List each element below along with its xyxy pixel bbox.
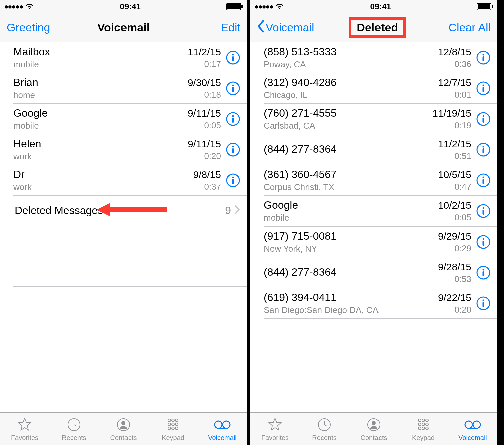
voicemail-date: 9/11/15 (188, 108, 221, 119)
voicemail-row[interactable]: Googlemobile9/11/150:05 (0, 104, 247, 134)
svg-point-32 (223, 421, 230, 428)
voicemail-row[interactable]: Drwork9/8/150:37 (0, 165, 247, 196)
battery-icon (226, 3, 243, 10)
voicemail-duration: 0:20 (204, 151, 221, 161)
voicemail-row[interactable]: (760) 271-4555Carlsbad, CA11/19/150:19 (250, 104, 497, 134)
svg-rect-17 (232, 179, 234, 184)
chevron-right-icon (234, 205, 240, 216)
tab-voicemail[interactable]: Voicemail (448, 413, 497, 445)
caller-name: Dr (13, 168, 193, 181)
svg-point-73 (418, 427, 421, 430)
info-icon[interactable] (226, 112, 240, 126)
svg-point-75 (426, 427, 428, 430)
voicemail-date: 9/29/15 (438, 231, 471, 242)
caller-name: (917) 715-0081 (264, 230, 438, 242)
voicemail-date: 11/2/15 (438, 138, 471, 150)
caller-name: (619) 394-0411 (264, 291, 438, 304)
voicemail-row[interactable]: Googlemobile10/2/150:05 (250, 196, 497, 227)
info-icon[interactable] (476, 235, 491, 249)
info-icon[interactable] (226, 50, 240, 65)
svg-point-26 (172, 423, 174, 426)
keypad-icon (165, 416, 181, 433)
clear-all-button[interactable]: Clear All (441, 21, 491, 34)
tab-keypad[interactable]: Keypad (148, 413, 198, 445)
caller-sub: Poway, CA (264, 59, 438, 70)
voicemail-row[interactable]: (858) 513-5333Poway, CA12/8/150:36 (250, 42, 497, 73)
info-icon[interactable] (476, 204, 491, 218)
info-icon[interactable] (226, 81, 240, 96)
svg-point-27 (175, 423, 178, 426)
tab-voicemail[interactable]: Voicemail (198, 413, 247, 445)
tab-recents[interactable]: Recents (49, 413, 99, 445)
info-icon[interactable] (476, 112, 491, 126)
svg-point-56 (483, 238, 484, 240)
svg-point-66 (372, 421, 376, 425)
tab-contacts[interactable]: Contacts (99, 413, 148, 445)
caller-name: Mailbox (13, 46, 188, 58)
deleted-messages-row[interactable]: Deleted Messages9 (0, 196, 247, 225)
voicemail-date: 10/2/15 (438, 200, 471, 211)
clock-icon (317, 416, 332, 433)
voicemail-date: 10/5/15 (438, 169, 471, 180)
voicemail-row[interactable]: Mailboxmobile11/2/150:17 (0, 42, 247, 73)
svg-point-77 (473, 421, 480, 428)
voicemail-row[interactable]: (361) 360-4567Corpus Christi, TX10/5/150… (250, 165, 497, 196)
svg-point-16 (232, 177, 234, 178)
svg-rect-48 (483, 148, 484, 153)
svg-rect-35 (478, 4, 490, 9)
info-icon[interactable] (226, 142, 240, 157)
star-icon (17, 416, 32, 433)
info-icon[interactable] (476, 296, 491, 311)
tab-keypad[interactable]: Keypad (399, 413, 448, 445)
voicemail-list: Mailboxmobile11/2/150:17Brianhome9/30/15… (0, 42, 247, 412)
deleted-count: 9 (225, 204, 231, 217)
svg-point-24 (175, 419, 178, 422)
svg-rect-42 (483, 87, 484, 92)
svg-point-67 (418, 419, 421, 422)
voicemail-row[interactable]: (619) 394-0411San Diego:San Diego DA, CA… (250, 288, 497, 319)
voicemail-row[interactable]: (844) 277-836411/2/150:51 (250, 134, 497, 165)
svg-rect-11 (232, 118, 234, 123)
tab-favorites[interactable]: Favorites (0, 413, 49, 445)
status-time: 09:41 (120, 2, 141, 11)
caller-sub: mobile (13, 59, 188, 70)
tab-favorites[interactable]: Favorites (250, 413, 300, 445)
caller-sub: work (13, 151, 188, 162)
info-icon[interactable] (226, 173, 240, 188)
voicemail-duration: 0:36 (454, 59, 471, 69)
svg-point-69 (426, 419, 428, 422)
tab-contacts[interactable]: Contacts (349, 413, 399, 445)
voicemail-icon (463, 416, 482, 433)
voicemail-row[interactable]: (844) 277-83649/28/150:53 (250, 257, 497, 288)
info-icon[interactable] (476, 50, 491, 65)
status-time: 09:41 (370, 2, 391, 11)
tab-recents[interactable]: Recents (300, 413, 349, 445)
info-icon[interactable] (476, 173, 491, 188)
back-button[interactable]: Voicemail (257, 20, 314, 35)
signal-dots-icon: ●●●●● (4, 2, 23, 11)
svg-point-59 (483, 269, 484, 271)
voicemail-duration: 0:19 (454, 120, 471, 131)
voicemail-row[interactable]: (312) 940-4286Chicago, IL12/7/150:01 (250, 73, 497, 104)
wifi-icon (25, 3, 34, 10)
voicemail-duration: 0:53 (454, 274, 471, 284)
caller-sub: mobile (264, 213, 438, 223)
caller-sub: New York, NY (264, 244, 438, 254)
svg-rect-51 (483, 179, 484, 184)
voicemail-date: 9/30/15 (188, 77, 221, 88)
voicemail-row[interactable]: Helenwork9/11/150:20 (0, 134, 247, 165)
info-icon[interactable] (476, 142, 491, 157)
info-icon[interactable] (476, 81, 491, 96)
svg-rect-39 (483, 56, 484, 61)
greeting-button[interactable]: Greeting (7, 21, 57, 34)
svg-rect-14 (232, 148, 234, 153)
voicemail-row[interactable]: (917) 715-0081New York, NY9/29/150:29 (250, 227, 497, 257)
svg-point-30 (175, 427, 178, 430)
edit-button[interactable]: Edit (190, 21, 240, 34)
info-icon[interactable] (476, 265, 491, 280)
svg-point-53 (483, 207, 484, 209)
svg-point-68 (422, 419, 425, 422)
wifi-icon (275, 3, 284, 10)
caller-sub: Carlsbad, CA (264, 121, 432, 131)
voicemail-row[interactable]: Brianhome9/30/150:18 (0, 73, 247, 104)
